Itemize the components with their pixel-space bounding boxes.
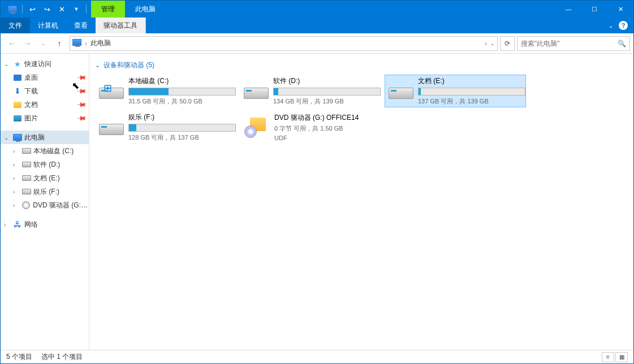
statusbar: 5 个项目 选中 1 个项目 ≡ ▦ [1, 350, 633, 363]
chevron-right-icon[interactable]: › [4, 222, 11, 228]
sidebar-item-label: 网络 [24, 220, 38, 229]
drive-usage-bar [128, 124, 236, 132]
drive-status: 128 GB 可用，共 137 GB [128, 133, 236, 142]
pin-icon: 📌 [76, 85, 87, 96]
sidebar-item-documents[interactable]: 文档 📌 [1, 98, 89, 111]
pin-icon: 📌 [76, 112, 87, 123]
qat-delete-icon[interactable]: ✕ [55, 3, 68, 15]
search-icon[interactable]: 🔍 [618, 40, 626, 47]
refresh-button[interactable]: ⟳ [500, 36, 515, 51]
sidebar-item-label: 此电脑 [24, 133, 45, 142]
drive-usage-bar [273, 88, 381, 96]
drive-tile[interactable]: ⊞ 本地磁盘 (C:) 31.5 GB 可用，共 50.0 GB [95, 75, 236, 107]
drive-status: 134 GB 可用，共 139 GB [273, 97, 381, 106]
ribbon-tab-file[interactable]: 文件 [1, 18, 30, 33]
address-icon [72, 39, 81, 48]
drive-icon [244, 79, 268, 103]
view-details-button[interactable]: ≡ [602, 352, 614, 362]
sidebar-item-label: 本地磁盘 (C:) [33, 146, 74, 156]
help-icon[interactable]: ? [619, 21, 628, 30]
minimize-button[interactable]: — [555, 1, 581, 18]
sidebar-item-pictures[interactable]: 图片 📌 [1, 111, 89, 125]
titlebar: ↩ ↪ ✕ ▼ 管理 此电脑 — ☐ ✕ [1, 1, 633, 18]
drive-icon [22, 162, 31, 167]
qat-redo-icon[interactable]: ↪ [41, 3, 53, 15]
drive-icon [22, 189, 31, 194]
dvd-icon [22, 201, 30, 209]
drive-tile[interactable]: 娱乐 (F:) 128 GB 可用，共 137 GB [95, 111, 236, 144]
folder-icon [14, 102, 21, 108]
drive-status: 137 GB 可用，共 139 GB [418, 97, 525, 106]
network-icon: 🖧 [13, 220, 22, 229]
maximize-button[interactable]: ☐ [581, 1, 607, 18]
drive-icon: ⊞ [99, 79, 123, 103]
drive-fs: UDF [274, 135, 377, 141]
chevron-right-icon[interactable]: › [13, 189, 20, 195]
chevron-right-icon[interactable]: › [13, 202, 20, 209]
group-header[interactable]: ⌄ 设备和驱动器 (5) [95, 60, 628, 70]
qat-undo-icon[interactable]: ↩ [26, 3, 38, 15]
dvd-icon [244, 115, 269, 140]
drive-icon [22, 148, 31, 154]
ribbon-tab-drive-tools[interactable]: 驱动器工具 [96, 18, 146, 33]
group-header-label: 设备和驱动器 (5) [103, 60, 154, 70]
monitor-icon [13, 133, 22, 142]
sidebar-item-label: DVD 驱动器 (G:) O [33, 201, 89, 210]
nav-back-icon[interactable]: ← [4, 36, 20, 51]
drive-tile[interactable]: 软件 (D:) 134 GB 可用，共 139 GB [240, 75, 381, 107]
chevron-right-icon[interactable]: › [13, 162, 20, 168]
drive-name: DVD 驱动器 (G:) OFFICE14 [274, 113, 377, 123]
sidebar-item-downloads[interactable]: ⬇ 下载 📌 [1, 84, 89, 98]
download-icon: ⬇ [13, 86, 22, 96]
drive-name: 文档 (E:) [418, 76, 525, 86]
nav-recent-icon[interactable]: ⌄ [36, 36, 51, 51]
chevron-right-icon[interactable]: › [13, 148, 20, 154]
view-tiles-button[interactable]: ▦ [615, 352, 628, 362]
status-selection: 选中 1 个项目 [41, 352, 83, 362]
app-icon[interactable] [6, 3, 19, 15]
sidebar-item-desktop[interactable]: 桌面 📌 [1, 71, 89, 84]
sidebar-item-drive-c[interactable]: › 本地磁盘 (C:) [1, 144, 89, 158]
nav-up-icon[interactable]: ↑ [51, 36, 67, 51]
search-box[interactable]: 🔍 [517, 36, 630, 51]
sidebar-item-drive-e[interactable]: › 文档 (E:) [1, 171, 89, 185]
sidebar-quick-access[interactable]: ⌄ ★ 快速访问 [1, 57, 89, 71]
ribbon-tab-computer[interactable]: 计算机 [30, 18, 66, 33]
drive-status: 0 字节 可用，共 1.50 GB [274, 124, 377, 133]
drive-status: 31.5 GB 可用，共 50.0 GB [128, 97, 236, 106]
qat-dropdown-icon[interactable]: ▼ [70, 3, 83, 15]
status-count: 5 个项目 [6, 352, 32, 362]
drive-name: 软件 (D:) [273, 76, 381, 86]
nav-forward-icon[interactable]: → [20, 36, 36, 51]
pin-icon: 📌 [76, 99, 87, 110]
breadcrumb[interactable]: 此电脑 [90, 38, 481, 48]
sidebar-item-drive-d[interactable]: › 软件 (D:) [1, 158, 89, 171]
drive-tile[interactable]: 文档 (E:) 137 GB 可用，共 139 GB [385, 75, 526, 107]
sidebar-item-drive-f[interactable]: › 娱乐 (F:) [1, 185, 89, 198]
chevron-down-icon[interactable]: ⌄ [95, 62, 100, 69]
sidebar-this-pc[interactable]: ⌄ 此电脑 [1, 131, 89, 144]
sidebar-item-label: 文档 (E:) [33, 174, 60, 183]
ribbon-expand-icon[interactable]: ⌄ [609, 23, 613, 29]
address-bar[interactable]: › 此电脑 › ⌄ [70, 36, 498, 51]
star-icon: ★ [13, 59, 22, 68]
dvd-tile[interactable]: DVD 驱动器 (G:) OFFICE14 0 字节 可用，共 1.50 GB … [240, 111, 381, 144]
address-dropdown-icon[interactable]: ⌄ [490, 41, 495, 46]
context-tab-label: 管理 [91, 1, 125, 18]
close-button[interactable]: ✕ [607, 1, 633, 18]
search-input[interactable] [521, 40, 618, 47]
desktop-icon [14, 75, 21, 81]
sidebar-item-label: 文档 [24, 100, 38, 110]
sidebar-item-label: 娱乐 (F:) [33, 187, 59, 197]
sidebar-item-label: 下载 [24, 86, 38, 96]
chevron-down-icon[interactable]: ⌄ [4, 61, 11, 67]
chevron-down-icon[interactable]: ⌄ [4, 135, 11, 141]
drive-icon [22, 175, 31, 181]
sidebar-network[interactable]: › 🖧 网络 [1, 218, 89, 231]
sidebar-item-label: 图片 [24, 114, 38, 123]
sidebar: ⌄ ★ 快速访问 桌面 📌 ⬇ 下载 📌 文档 📌 图片 [1, 54, 89, 350]
sidebar-item-drive-g[interactable]: › DVD 驱动器 (G:) O [1, 198, 89, 212]
chevron-right-icon[interactable]: › [13, 175, 20, 181]
ribbon-tab-view[interactable]: 查看 [66, 18, 96, 33]
sidebar-item-label: 快速访问 [24, 59, 51, 69]
